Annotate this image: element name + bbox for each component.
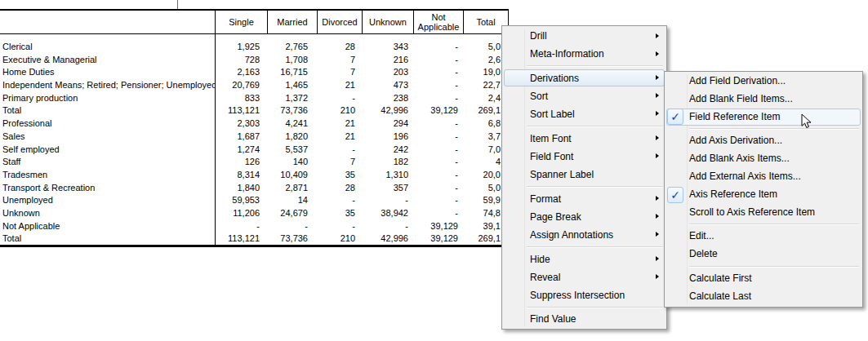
table-cell[interactable]: 182 xyxy=(362,156,413,169)
row-label[interactable]: Total xyxy=(0,104,215,117)
table-cell[interactable]: 59,9 xyxy=(463,194,501,207)
table-cell[interactable]: 126 xyxy=(215,156,267,169)
table-cell[interactable]: 21 xyxy=(317,79,362,92)
menu-item-axis-reference-item[interactable]: ✓Axis Reference Item xyxy=(665,186,862,204)
menu-item-item-font[interactable]: Item Font xyxy=(502,130,666,148)
menu-item-hide[interactable]: Hide xyxy=(502,250,666,268)
table-cell[interactable]: 24,679 xyxy=(267,207,317,220)
table-cell[interactable]: - xyxy=(413,79,463,92)
row-label[interactable]: Sales xyxy=(0,131,215,144)
table-cell[interactable]: 74,8 xyxy=(463,207,501,220)
table-cell[interactable]: - xyxy=(413,92,463,105)
table-cell[interactable]: 196 xyxy=(362,131,413,144)
table-cell[interactable]: - xyxy=(413,182,463,195)
table-cell[interactable]: - xyxy=(413,117,463,131)
table-cell[interactable]: 38,942 xyxy=(362,207,413,220)
table-cell[interactable]: 1,925 xyxy=(215,41,267,54)
table-cell[interactable]: 1,840 xyxy=(215,182,267,195)
table-cell[interactable]: 1,372 xyxy=(267,92,317,105)
row-label[interactable]: Unemployed xyxy=(0,194,215,207)
table-cell[interactable]: 35 xyxy=(317,207,362,220)
row-label[interactable]: Professional xyxy=(0,117,215,131)
row-label[interactable]: Staff xyxy=(0,156,215,169)
table-cell[interactable]: 59,953 xyxy=(215,194,267,207)
table-cell[interactable]: 39,129 xyxy=(413,232,463,246)
table-cell[interactable]: 210 xyxy=(317,104,362,117)
table-cell[interactable]: 21 xyxy=(317,117,362,131)
row-label[interactable]: Transport & Recreation xyxy=(0,182,215,195)
table-cell[interactable]: 294 xyxy=(362,117,413,131)
table-cell[interactable]: 4 xyxy=(463,156,501,169)
table-cell[interactable]: 238 xyxy=(362,92,413,105)
table-cell[interactable]: 73,736 xyxy=(267,104,317,117)
table-cell[interactable]: 7 xyxy=(317,66,362,79)
table-cell[interactable]: 269,1 xyxy=(463,232,501,246)
table-cell[interactable]: - xyxy=(413,131,463,144)
table-cell[interactable]: 19,0 xyxy=(463,66,501,79)
table-cell[interactable]: 42,996 xyxy=(362,232,413,246)
menu-item-format[interactable]: Format xyxy=(502,190,666,208)
table-cell[interactable]: 2,303 xyxy=(215,117,267,131)
menu-item-field-font[interactable]: Field Font xyxy=(502,148,666,166)
table-cell[interactable]: 343 xyxy=(362,41,413,54)
table-cell[interactable]: 21 xyxy=(317,131,362,144)
row-label[interactable]: Clerical xyxy=(0,41,215,54)
table-cell[interactable]: 10,409 xyxy=(267,169,317,182)
table-cell[interactable]: 73,736 xyxy=(267,232,317,246)
table-cell[interactable]: - xyxy=(267,220,317,233)
table-cell[interactable]: - xyxy=(317,194,362,207)
table-cell[interactable]: 35 xyxy=(317,169,362,182)
table-cell[interactable]: 203 xyxy=(362,66,413,79)
row-label[interactable]: Primary production xyxy=(0,92,215,105)
table-cell[interactable]: - xyxy=(413,169,463,182)
menu-item-derivations[interactable]: Derivations xyxy=(502,69,666,87)
table-cell[interactable]: - xyxy=(215,220,267,233)
table-cell[interactable]: 728 xyxy=(215,54,267,67)
table-cell[interactable]: - xyxy=(413,66,463,79)
menu-item-sort[interactable]: Sort xyxy=(502,87,666,105)
table-cell[interactable]: 14 xyxy=(267,194,317,207)
table-cell[interactable]: 39,129 xyxy=(413,104,463,117)
table-cell[interactable]: - xyxy=(413,156,463,169)
table-cell[interactable]: 2,4 xyxy=(463,92,501,105)
menu-item-add-external-axis-items[interactable]: Add External Axis Items... xyxy=(665,168,862,186)
table-cell[interactable]: 5,0 xyxy=(463,41,501,54)
table-cell[interactable]: 833 xyxy=(215,92,267,105)
table-cell[interactable]: - xyxy=(413,194,463,207)
table-cell[interactable]: 22,7 xyxy=(463,79,501,92)
column-header-married[interactable]: Married xyxy=(267,11,317,33)
menu-item-suppress-intersection[interactable]: Suppress Intersection xyxy=(502,286,666,304)
menu-item-meta-information[interactable]: Meta-Information xyxy=(502,45,666,63)
table-cell[interactable]: 242 xyxy=(362,144,413,157)
table-cell[interactable]: 3,7 xyxy=(463,131,501,144)
menu-item-add-field-derivation[interactable]: Add Field Derivation... xyxy=(665,73,862,91)
table-cell[interactable]: 113,121 xyxy=(215,232,267,246)
row-label[interactable]: Home Duties xyxy=(0,66,215,79)
row-label[interactable]: Self employed xyxy=(0,144,215,157)
menu-item-page-break[interactable]: Page Break xyxy=(502,208,666,226)
table-cell[interactable]: 39,1 xyxy=(463,220,501,233)
table-cell[interactable]: 1,687 xyxy=(215,131,267,144)
row-label[interactable]: Executive & Managerial xyxy=(0,54,215,67)
table-cell[interactable]: 4,241 xyxy=(267,117,317,131)
table-cell[interactable]: - xyxy=(413,144,463,157)
menu-item-scroll-to-axis-reference-item[interactable]: Scroll to Axis Reference Item xyxy=(665,204,862,222)
table-cell[interactable]: 5,537 xyxy=(267,144,317,157)
row-label[interactable]: Total xyxy=(0,232,215,246)
row-label[interactable]: Unknown xyxy=(0,207,215,220)
table-cell[interactable]: - xyxy=(413,54,463,67)
table-cell[interactable]: 2,6 xyxy=(463,54,501,67)
table-cell[interactable]: 28 xyxy=(317,41,362,54)
table-cell[interactable]: 5,0 xyxy=(463,182,501,195)
table-cell[interactable]: 1,465 xyxy=(267,79,317,92)
menu-item-assign-annotations[interactable]: Assign Annotations xyxy=(502,226,666,244)
column-header-divorced[interactable]: Divorced xyxy=(317,11,362,33)
column-header-unknown[interactable]: Unknown xyxy=(362,11,413,33)
menu-item-sort-label[interactable]: Sort Label xyxy=(502,105,666,123)
table-cell[interactable]: - xyxy=(413,41,463,54)
table-cell[interactable]: - xyxy=(362,194,413,207)
menu-item-calculate-first[interactable]: Calculate First xyxy=(665,270,862,288)
table-cell[interactable]: 357 xyxy=(362,182,413,195)
row-label[interactable]: Not Applicable xyxy=(0,220,215,233)
menu-item-add-blank-field-items[interactable]: Add Blank Field Items... xyxy=(665,91,862,108)
